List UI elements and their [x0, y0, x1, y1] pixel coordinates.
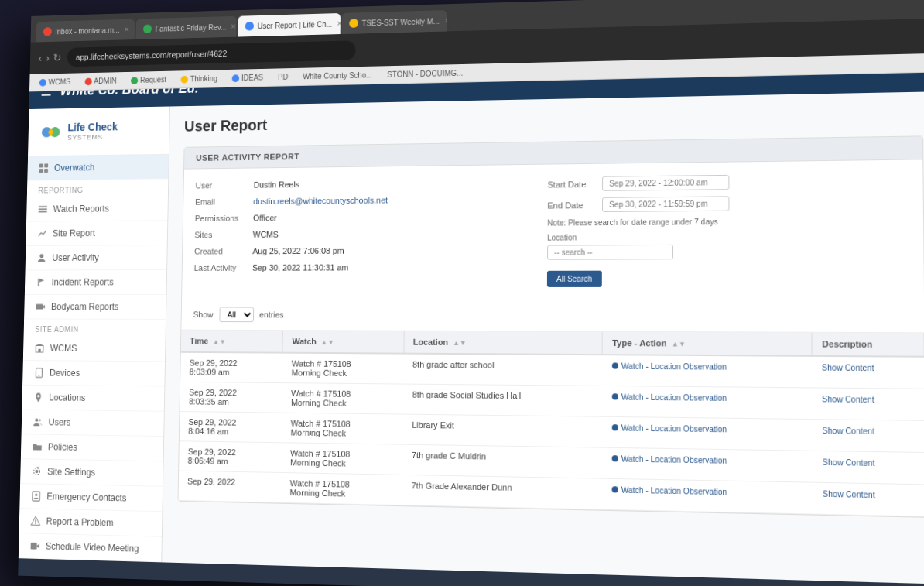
cell-location-0: 8th grade after school — [403, 354, 602, 386]
forward-icon[interactable]: › — [46, 52, 50, 63]
filter-note-row: Note: Please search for date range under… — [547, 216, 910, 227]
svg-point-23 — [35, 494, 37, 496]
cell-time-3: Sep 29, 20228:06:49 am — [179, 441, 282, 473]
col-watch[interactable]: Watch ▲▼ — [282, 331, 403, 353]
desc-link-3[interactable]: Show Content — [823, 457, 875, 468]
type-dot-2 — [611, 424, 618, 430]
type-badge-4: Watch - Location Observation — [611, 485, 727, 496]
bookmark-pd[interactable]: PD — [273, 71, 293, 83]
svg-point-18 — [35, 419, 38, 422]
sidebar-item-watch-reports[interactable]: Watch Reports — [26, 196, 168, 221]
building-icon — [35, 343, 45, 354]
search-button[interactable]: All Search — [547, 271, 601, 287]
type-badge-2: Watch - Location Observation — [611, 423, 727, 434]
sidebar-item-locations[interactable]: Locations — [22, 386, 164, 412]
location-filter-label: Location — [547, 231, 910, 242]
sidebar-label-policies: Policies — [48, 442, 77, 453]
tab-sst[interactable]: TSES-SST Weekly M... ✕ — [342, 10, 447, 34]
cell-type-4: Watch - Location Observation — [602, 478, 813, 514]
user-label: User — [195, 180, 253, 190]
last-activity-label: Last Activity — [194, 263, 253, 272]
svg-rect-8 — [39, 211, 47, 213]
permissions-label: Permissions — [195, 214, 253, 223]
nav-buttons[interactable]: ‹ › ↻ — [39, 52, 62, 64]
bookmark-request[interactable]: Request — [126, 74, 171, 86]
sidebar-item-site-settings[interactable]: Site Settings — [20, 459, 163, 487]
cell-time-1: Sep 29, 20228:03:35 am — [180, 382, 282, 413]
end-date-input[interactable] — [602, 196, 730, 212]
sidebar-item-policies[interactable]: Policies — [21, 434, 163, 461]
cell-watch-2: Watch # 175108Morning Check — [282, 413, 403, 444]
sidebar-label-users: Users — [48, 417, 70, 428]
svg-rect-6 — [39, 206, 47, 207]
email-label: Email — [195, 197, 253, 206]
device-icon — [34, 368, 44, 379]
flag-icon — [36, 277, 46, 287]
svg-rect-7 — [39, 208, 47, 210]
bookmark-white-county[interactable]: White County Scho... — [298, 69, 377, 82]
sites-value: WCMS — [253, 230, 279, 239]
tab-favicon — [349, 19, 358, 28]
refresh-icon[interactable]: ↻ — [53, 52, 62, 63]
cell-type-3: Watch - Location Observation — [602, 447, 813, 482]
sidebar-item-bodycam-reports[interactable]: Bodycam Reports — [24, 295, 166, 320]
logo-svg — [39, 120, 63, 144]
bookmark-wcms[interactable]: WCMS — [35, 76, 74, 87]
table-controls: Show All 10 25 50 entries — [181, 300, 924, 334]
created-label: Created — [194, 246, 253, 255]
start-date-label: Start Date — [547, 179, 602, 189]
page-title: User Report — [184, 105, 923, 135]
sidebar-section-reporting: Reporting — [27, 179, 169, 197]
field-permissions: Permissions Officer — [195, 211, 532, 223]
sidebar-item-report-problem[interactable]: Report a Problem — [19, 509, 163, 537]
svg-point-20 — [35, 470, 38, 473]
cell-type-1: Watch - Location Observation — [602, 386, 813, 419]
location-filter-input[interactable] — [547, 245, 673, 260]
svg-rect-26 — [31, 543, 37, 550]
sidebar-item-devices[interactable]: Devices — [22, 361, 165, 386]
desc-link-4[interactable]: Show Content — [823, 489, 875, 499]
cell-location-1: 8th grade Social Studies Hall — [403, 384, 602, 416]
col-type-action[interactable]: Type - Action ▲▼ — [602, 332, 812, 356]
sidebar-item-emergency-contacts[interactable]: Emergency Contacts — [19, 484, 163, 512]
tab-fantastic[interactable]: Fantastic Friday Rev... ✕ — [136, 16, 237, 39]
sidebar-item-incident-reports[interactable]: Incident Reports — [25, 270, 166, 295]
col-time[interactable]: Time ▲▼ — [181, 331, 283, 353]
tab-inbox[interactable]: Inbox - montana.m... ✕ — [36, 19, 135, 43]
svg-rect-12 — [36, 304, 43, 310]
sort-arrow-watch: ▲▼ — [321, 338, 334, 346]
back-icon[interactable]: ‹ — [39, 52, 43, 63]
desc-link-0[interactable]: Show Content — [822, 363, 874, 372]
bookmark-icon — [232, 74, 240, 82]
sidebar-item-site-report[interactable]: Site Report — [26, 221, 167, 246]
address-input[interactable] — [67, 40, 356, 67]
show-select[interactable]: All 10 25 50 — [219, 307, 254, 323]
svg-point-25 — [35, 523, 36, 524]
desc-link-2[interactable]: Show Content — [822, 427, 874, 436]
email-value[interactable]: dustin.reels@whitecountyschools.net — [253, 196, 388, 206]
cell-location-2: Library Exit — [402, 414, 602, 447]
field-last-activity: Last Activity Sep 30, 2022 11:30:31 am — [194, 262, 532, 272]
svg-rect-2 — [39, 163, 43, 167]
start-date-input[interactable] — [602, 175, 729, 191]
tab-user-report[interactable]: User Report | Life Ch... ✕ — [238, 13, 341, 37]
desc-link-1[interactable]: Show Content — [822, 395, 874, 404]
sidebar-section-site-admin: Site Admin — [24, 319, 166, 337]
table-body: Sep 29, 20228:03:09 am Watch # 175108Mor… — [178, 352, 924, 516]
sidebar-item-wcms[interactable]: WCMS — [23, 336, 166, 362]
col-location[interactable]: Location ▲▼ — [403, 331, 602, 355]
report-card: USER ACTIVITY REPORT User Dustin Reels E… — [177, 135, 924, 518]
sidebar-label-site-settings: Site Settings — [47, 466, 95, 478]
sidebar-item-schedule-video[interactable]: Schedule Video Meeting — [19, 533, 162, 562]
sidebar-item-users[interactable]: Users — [22, 410, 164, 437]
sidebar-item-overwatch[interactable]: Overwatch — [27, 155, 169, 181]
bookmark-stonn[interactable]: STONN - DOCUIMG... — [383, 67, 468, 81]
bookmark-thinking[interactable]: Thinking — [176, 73, 222, 85]
sidebar-item-user-activity[interactable]: User Activity — [26, 245, 167, 270]
bookmark-ideas[interactable]: IDEAS — [228, 72, 268, 84]
bookmark-icon — [131, 77, 138, 84]
cell-watch-4: Watch # 175108Morning Check — [281, 472, 402, 505]
sidebar-label-emergency-contacts: Emergency Contacts — [46, 492, 126, 504]
bookmark-admin[interactable]: ADMIN — [80, 75, 121, 87]
field-user: User Dustin Reels — [195, 177, 532, 190]
